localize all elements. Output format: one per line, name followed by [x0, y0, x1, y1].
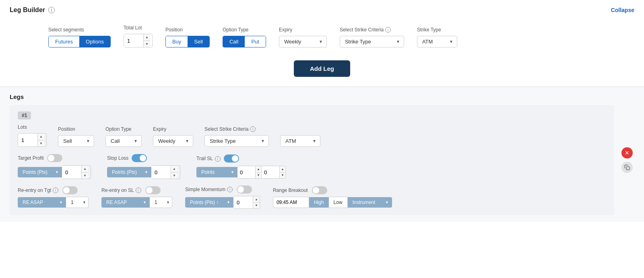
trail-val1-increment[interactable]: ▲ — [256, 166, 261, 173]
leg-position-label: Position — [58, 126, 94, 132]
trail-sl-toggle[interactable] — [224, 154, 239, 163]
expiry-label: Expiry — [279, 27, 327, 33]
re-entry-tgt-label: Re-entry on Tgt — [18, 187, 51, 193]
leg-position-select-wrapper: Sell Buy ▼ — [58, 135, 94, 147]
position-buy-button[interactable]: Buy — [166, 36, 188, 47]
collapse-button[interactable]: Collapse — [611, 7, 634, 13]
stop-loss-toggle-group: Stop Loss — [107, 154, 180, 162]
leg-expiry-label: Expiry — [153, 126, 193, 132]
trail-sl-group: Trail SL i Points — [196, 154, 286, 179]
target-profit-decrement[interactable]: ▼ — [82, 173, 88, 179]
re-entry-sl-controls: RE ASAP RE at Cost ▼ 1 2 3 — [101, 197, 172, 208]
leg-strike-type-select-wrapper: Strike Type ATM ITM OTM ▼ — [204, 135, 269, 147]
leg-builder-info-icon[interactable]: i — [48, 7, 55, 13]
target-profit-pts-select[interactable]: Points (Pts) Percentage — [18, 167, 62, 177]
trail-sl-info-icon[interactable]: i — [215, 156, 221, 162]
segment-options-button[interactable]: Options — [79, 36, 110, 47]
simple-momentum-toggle[interactable] — [237, 185, 252, 194]
leg-lots-increment[interactable]: ▲ — [38, 134, 44, 140]
stop-loss-value-input[interactable] — [151, 166, 171, 179]
leg-strike-criteria-group: Select Strike Criteria i Strike Type ATM… — [204, 126, 269, 147]
leg-strike-criteria-label: Select Strike Criteria i — [204, 126, 269, 132]
momentum-pts-wrapper: Points (Pts) ↑ Points (Pts) ↓ Percentage… — [185, 196, 260, 209]
total-lot-input[interactable]: 1 — [124, 34, 143, 47]
leg-position-select[interactable]: Sell Buy — [58, 135, 94, 147]
stop-loss-spinner: ▲ ▼ — [171, 166, 178, 179]
leg-row2: Target Profit Points (Pts) Percentage — [18, 154, 606, 179]
leg-option-type-group: Option Type Call Put ▼ — [105, 126, 142, 147]
total-lot-spinner: ▲ ▼ — [143, 34, 150, 47]
momentum-pts-select[interactable]: Points (Pts) ↑ Points (Pts) ↓ Percentage… — [185, 197, 233, 208]
target-profit-group: Target Profit Points (Pts) Percentage — [18, 154, 91, 179]
range-instrument-select[interactable]: Instrument Index Stock — [348, 197, 392, 208]
range-high-button[interactable]: High — [309, 197, 329, 208]
leg-strike-criteria-info-icon[interactable]: i — [250, 126, 256, 132]
add-leg-button[interactable]: Add Leg — [294, 60, 350, 77]
momentum-decrement[interactable]: ▼ — [253, 203, 260, 209]
target-profit-value-input[interactable] — [62, 166, 81, 179]
momentum-increment[interactable]: ▲ — [253, 196, 260, 203]
leg-lots-group: Lots ▲ ▼ — [18, 124, 47, 147]
leg-copy-button[interactable] — [621, 162, 633, 173]
trail-val1-decrement[interactable]: ▼ — [256, 173, 261, 179]
position-toggle: Buy Sell — [165, 36, 210, 47]
momentum-number-wrapper: ▲ ▼ — [233, 196, 260, 209]
re-entry-tgt-info-icon[interactable]: i — [53, 187, 58, 193]
option-put-button[interactable]: Put — [245, 36, 266, 47]
leg-card-1: #1 Lots ▲ ▼ — [10, 105, 614, 215]
strike-criteria-info-icon[interactable]: i — [385, 27, 391, 33]
momentum-value-input[interactable] — [233, 196, 253, 208]
option-type-toggle: Call Put — [223, 36, 266, 47]
re-entry-sl-toggle[interactable] — [145, 186, 161, 194]
simple-momentum-info-icon[interactable]: i — [227, 187, 233, 192]
leg-lots-decrement[interactable]: ▼ — [38, 140, 44, 147]
stop-loss-toggle[interactable] — [132, 154, 147, 162]
leg-lots-input[interactable] — [18, 134, 37, 146]
strike-type-label: Strike Type — [417, 27, 457, 33]
total-lot-input-wrapper: 1 ▲ ▼ — [124, 34, 153, 47]
atm-select[interactable]: ATM ITM OTM — [417, 36, 457, 47]
trail-value2-input[interactable] — [262, 166, 279, 178]
stop-loss-pts-wrapper: Points (Pts) Percentage ▼ — [107, 167, 151, 177]
target-profit-toggle[interactable] — [47, 154, 62, 162]
re-count-tgt-select[interactable]: 1 2 3 — [66, 197, 89, 208]
range-breakout-toggle[interactable] — [312, 186, 327, 194]
stop-loss-decrement[interactable]: ▼ — [171, 173, 178, 179]
copy-icon — [624, 165, 630, 170]
momentum-spinner: ▲ ▼ — [253, 196, 260, 208]
re-asap-sl-select-wrapper: RE ASAP RE at Cost ▼ — [101, 197, 150, 208]
trail-spinner2: ▲ ▼ — [279, 166, 285, 178]
total-lot-decrement[interactable]: ▼ — [144, 41, 150, 47]
leg-atm-select[interactable]: ATM ITM OTM — [280, 135, 320, 147]
stop-loss-pts-select[interactable]: Points (Pts) Percentage — [107, 167, 151, 177]
trail-sl-toggle-group: Trail SL i — [196, 154, 286, 163]
trail-spinner1: ▲ ▼ — [255, 166, 261, 178]
re-entry-sl-info-icon[interactable]: i — [136, 187, 141, 193]
re-asap-sl-select[interactable]: RE ASAP RE at Cost — [101, 197, 150, 208]
total-lot-increment[interactable]: ▲ — [144, 34, 150, 41]
leg-strike-type-select[interactable]: Strike Type ATM ITM OTM — [204, 135, 269, 147]
stop-loss-increment[interactable]: ▲ — [171, 166, 178, 173]
target-profit-increment[interactable]: ▲ — [82, 166, 88, 173]
position-sell-button[interactable]: Sell — [188, 36, 209, 47]
segment-futures-button[interactable]: Futures — [49, 36, 79, 47]
trail-val2-increment[interactable]: ▲ — [280, 166, 285, 173]
expiry-select[interactable]: Weekly Monthly Next Weekly — [279, 36, 327, 47]
trail-val2-decrement[interactable]: ▼ — [280, 173, 285, 179]
re-entry-tgt-toggle[interactable] — [62, 186, 78, 194]
leg-delete-button[interactable]: ✕ — [621, 147, 633, 159]
position-label: Position — [165, 27, 210, 33]
leg-expiry-select[interactable]: Weekly Monthly — [153, 135, 193, 147]
trail-value1-input[interactable] — [237, 166, 255, 178]
re-count-sl-select[interactable]: 1 2 3 — [150, 197, 172, 208]
segment-toggle: Futures Options — [48, 36, 111, 47]
strike-type-select[interactable]: Strike Type ATM ITM OTM — [340, 36, 404, 47]
trail-pts-select[interactable]: Points Percentage — [196, 167, 237, 177]
leg-option-type-select[interactable]: Call Put — [105, 135, 142, 147]
option-call-button[interactable]: Call — [223, 36, 245, 47]
strike-type-select-wrapper: Strike Type ATM ITM OTM ▼ — [340, 36, 404, 47]
range-time-input[interactable] — [273, 197, 309, 208]
range-low-button[interactable]: Low — [329, 197, 348, 208]
leg-action-buttons: ✕ — [621, 147, 633, 173]
re-asap-tgt-select[interactable]: RE ASAP RE at Cost — [18, 197, 66, 208]
